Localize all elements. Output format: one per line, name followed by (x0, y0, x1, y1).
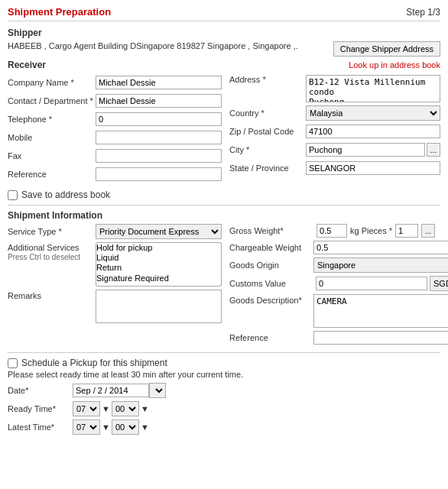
goods-desc-label: Goods Description* (229, 294, 313, 305)
additional-services-listbox[interactable]: Hold for pickup Liquid Return Signature … (96, 242, 222, 287)
mobile-input[interactable] (96, 131, 222, 144)
city-label: City * (229, 145, 306, 154)
page-title: Shipment Preparation (8, 6, 111, 18)
fax-label: Fax (8, 151, 96, 160)
latest-time-label: Latest Time* (8, 423, 73, 432)
additional-services-label: Additional Services (8, 242, 96, 253)
receiver-reference-label: Reference (8, 170, 96, 179)
chargeable-input[interactable] (313, 241, 448, 254)
country-label: Country * (229, 108, 306, 118)
service-type-label: Service Type * (8, 227, 96, 236)
schedule-pickup-label: Schedule a Pickup for this shipment (21, 358, 167, 368)
press-ctrl-label: Press Ctrl to deselect (8, 253, 96, 261)
service-type-select[interactable]: Priority Document Express Express Standa… (96, 224, 222, 239)
state-input[interactable] (306, 161, 440, 175)
currency-select[interactable]: SGD USD MYR (430, 276, 448, 291)
ready-time-separator: ▼ (100, 404, 112, 413)
ready-min-select[interactable]: 00 15 30 (112, 401, 139, 416)
receiver-section-title: Receiver (8, 60, 46, 70)
chargeable-label: Chargeable Weight (229, 243, 313, 252)
mobile-label: Mobile (8, 133, 96, 142)
contact-label: Contact / Department * (8, 96, 96, 105)
gross-weight-input[interactable] (317, 224, 347, 238)
city-input[interactable] (306, 143, 425, 157)
save-address-checkbox[interactable] (8, 190, 18, 200)
telephone-label: Telephone * (8, 115, 96, 124)
customs-value-label: Customs Value (229, 279, 313, 288)
company-name-input[interactable] (96, 76, 222, 89)
fax-input[interactable] (96, 149, 222, 163)
date-label: Date* (8, 386, 73, 395)
receiver-reference-input[interactable] (96, 167, 222, 181)
remarks-label: Remarks (8, 290, 96, 300)
latest-min-select[interactable]: 00 15 30 (112, 419, 139, 435)
address-textarea[interactable]: B12-12 Vista Millennium condo Puchong (306, 75, 440, 102)
address-book-link[interactable]: Look up in address book (349, 60, 440, 70)
pieces-input[interactable] (395, 224, 418, 238)
zip-label: Zip / Postal Code (229, 127, 306, 136)
date-dropdown[interactable]: ▼ (149, 383, 166, 398)
pieces-lookup-button[interactable]: ... (421, 224, 435, 238)
ready-hour-select[interactable]: 07 08 09 (73, 401, 100, 416)
country-select[interactable]: Malaysia Singapore Indonesia (306, 105, 440, 121)
ready-time-label: Ready Time* (8, 404, 73, 413)
contact-input[interactable] (96, 94, 222, 108)
goods-desc-textarea[interactable]: CAMERA (313, 294, 448, 328)
step-info: Step 1/3 (406, 7, 440, 18)
save-address-label: Save to address book (21, 189, 110, 200)
city-lookup-button[interactable]: ... (427, 143, 440, 157)
latest-min-separator: ▼ (139, 423, 151, 432)
customs-value-input[interactable] (316, 277, 427, 290)
latest-time-separator: ▼ (100, 423, 112, 432)
kg-label: kg Pieces * (350, 226, 392, 235)
change-shipper-button[interactable]: Change Shipper Address (333, 41, 440, 57)
date-input[interactable] (73, 384, 149, 397)
zip-input[interactable] (306, 125, 440, 138)
gross-weight-label: Gross Weight* (229, 226, 313, 235)
goods-origin-select[interactable]: Singapore Malaysia Indonesia (313, 257, 448, 273)
schedule-pickup-checkbox[interactable] (8, 358, 18, 368)
goods-origin-label: Goods Origin (229, 261, 313, 270)
shipment-info-title: Shipment Information (8, 210, 440, 221)
ready-min-separator: ▼ (139, 404, 151, 413)
state-label: State / Province (229, 164, 306, 173)
latest-hour-select[interactable]: 07 08 09 (73, 419, 100, 435)
shipper-info: HABEEB , Cargo Agent Building DSingapore… (8, 41, 298, 50)
telephone-input[interactable] (96, 112, 222, 126)
schedule-note: Please select ready time at least 30 min… (8, 370, 440, 379)
shipper-section-title: Shipper (8, 28, 440, 38)
company-name-label: Company Name * (8, 78, 96, 87)
shipment-reference-label: Reference (229, 333, 313, 342)
shipment-reference-input[interactable] (313, 331, 448, 345)
address-label: Address * (229, 75, 306, 84)
remarks-textarea[interactable] (96, 290, 222, 323)
